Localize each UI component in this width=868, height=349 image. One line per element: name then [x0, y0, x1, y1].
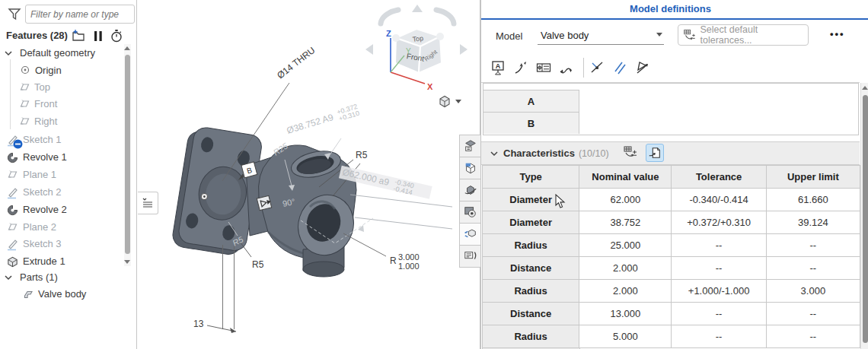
- svg-text:1.000: 1.000: [398, 262, 420, 271]
- new-folder-icon[interactable]: [72, 29, 85, 43]
- scrollbar-thumb[interactable]: [863, 95, 868, 343]
- intersection-tool-button[interactable]: [588, 59, 606, 77]
- tree-item-right-plane[interactable]: Right: [0, 114, 123, 129]
- feature-tree-scrollbar[interactable]: [124, 44, 131, 266]
- panel-scrollbar[interactable]: [860, 83, 868, 349]
- datum-tool-button[interactable]: A: [489, 59, 507, 77]
- tree-item-default-geometry[interactable]: Default geometry: [0, 46, 123, 61]
- rotate-right-icon: [460, 44, 468, 55]
- tree-item-revolve-1[interactable]: Revolve 1: [0, 150, 123, 165]
- col-header-type[interactable]: Type: [483, 166, 579, 189]
- table-row[interactable]: Distance2.000----: [483, 257, 860, 280]
- model-definitions-panel: Model definitions Model Valve body Selec…: [480, 0, 868, 349]
- table-row[interactable]: Radius5.000----: [483, 325, 860, 348]
- chevron-down-icon[interactable]: [5, 50, 12, 56]
- tree-item-plane-2[interactable]: Plane 2: [0, 220, 123, 235]
- suppressed-badge-icon: [13, 139, 23, 149]
- tree-item-plane-1[interactable]: Plane 1: [0, 167, 123, 182]
- tab-underline: [481, 18, 868, 20]
- dia62-ext-line-1: [350, 195, 452, 207]
- scroll-up-icon[interactable]: [124, 46, 130, 50]
- dia62-ext-line-2: [355, 217, 452, 229]
- filter-funnel-icon[interactable]: [8, 8, 21, 21]
- tree-item-revolve-2[interactable]: Revolve 2: [0, 202, 123, 217]
- table-row[interactable]: Diameter62.000-0.340/-0.41461.660: [483, 189, 860, 211]
- feature-tree-toggle-button[interactable]: [138, 192, 158, 214]
- leader-dimension-button[interactable]: [512, 59, 530, 77]
- feature-tree-panel: Features (28) Default geometry Origin To…: [0, 0, 137, 349]
- chevron-down-icon[interactable]: [490, 151, 498, 157]
- angle-leader-icon: [558, 59, 575, 76]
- annotation-dia14[interactable]: Ø14 THRU: [275, 45, 317, 81]
- rotate-left-icon: [365, 44, 373, 55]
- parallel-tool-button[interactable]: [611, 59, 629, 77]
- datum-row-b[interactable]: B: [483, 112, 579, 134]
- tree-item-front-plane[interactable]: Front: [0, 97, 123, 112]
- annotation-r-limits[interactable]: R 3.000 1.000: [390, 252, 420, 271]
- view-cube[interactable]: Top Front Right: [392, 29, 444, 73]
- col-header-upper[interactable]: Upper limit: [766, 166, 860, 189]
- revolve-icon: [6, 151, 19, 164]
- tolerances-placeholder: Select default tolerances...: [700, 24, 803, 46]
- table-row[interactable]: Distance13.000----: [483, 303, 860, 325]
- tree-item-sketch-3[interactable]: Sketch 3: [0, 236, 123, 252]
- characteristics-count: (10/10): [579, 148, 609, 159]
- revolve-icon: [6, 204, 19, 217]
- chevron-down-icon[interactable]: [5, 274, 12, 281]
- sketch-icon: [6, 238, 20, 251]
- default-tolerances-button[interactable]: Select default tolerances...: [678, 24, 809, 46]
- model-label: Model: [496, 30, 522, 42]
- sketch-icon: [6, 186, 20, 199]
- tree-item-origin[interactable]: Origin: [0, 63, 123, 78]
- tree-item-valve-body-part[interactable]: Valve body: [0, 287, 123, 302]
- view-options-button[interactable]: [437, 92, 466, 110]
- viewport-tool-snapshot-button[interactable]: [459, 201, 482, 224]
- table-row[interactable]: Diameter38.752+0.372/+0.31039.124: [483, 211, 860, 234]
- col-header-nominal[interactable]: Nominal value: [579, 166, 672, 189]
- table-row[interactable]: Radius25.000----: [483, 234, 860, 257]
- graphics-viewport[interactable]: Top Front Right Z X Y: [137, 0, 480, 349]
- tree-item-sketch-1[interactable]: Sketch 1: [0, 132, 123, 148]
- annotation-dia38[interactable]: Ø38.752 A9 +0.372 +0.310: [285, 103, 360, 138]
- cube-lens-icon: [464, 205, 477, 219]
- feature-control-frame-button[interactable]: [535, 59, 553, 77]
- table-row[interactable]: Radius2.000+1.000/-1.0003.000: [483, 280, 860, 303]
- viewport-tool-markup-button[interactable]: [459, 135, 482, 157]
- export-document-icon: [648, 146, 662, 160]
- scroll-down-icon[interactable]: [124, 260, 130, 264]
- model-dropdown[interactable]: Valve body: [538, 26, 664, 45]
- tree-item-sketch-2[interactable]: Sketch 2: [0, 185, 123, 200]
- scrollbar-thumb[interactable]: [125, 55, 130, 254]
- filter-input[interactable]: [25, 5, 135, 24]
- col-header-tolerance[interactable]: Tolerance: [672, 166, 766, 189]
- annotation-r5-top[interactable]: R5: [356, 150, 368, 160]
- annotation-r5-flange[interactable]: R5: [252, 259, 264, 270]
- viewport-tool-annotate-button[interactable]: [459, 179, 482, 201]
- tree-item-parts-group[interactable]: Parts (1): [0, 270, 123, 285]
- angle-dimension-button[interactable]: [557, 59, 576, 77]
- intersection-icon: [589, 59, 605, 76]
- datum-row-a[interactable]: A: [483, 90, 579, 112]
- tree-item-extrude-1[interactable]: Extrude 1: [0, 254, 123, 269]
- list-panel-icon: [142, 197, 154, 209]
- viewport-tool-faces-button[interactable]: [459, 157, 482, 179]
- panel-tab-title[interactable]: Model definitions: [481, 3, 860, 14]
- annotation-dim13[interactable]: 13: [193, 319, 204, 329]
- extrude-icon: [6, 255, 19, 268]
- plane-icon: [6, 221, 18, 232]
- svg-text:3.000: 3.000: [398, 252, 420, 262]
- more-options-button[interactable]: •••: [830, 28, 845, 40]
- viewport-tool-dynamic-view-button[interactable]: [459, 223, 482, 246]
- parallel-lines-icon: [611, 59, 628, 76]
- export-characteristics-button[interactable]: [646, 144, 664, 162]
- perpendicular-tool-button[interactable]: [633, 59, 652, 77]
- tolerance-table-icon: [683, 28, 696, 43]
- suspend-pause-icon[interactable]: [91, 29, 105, 43]
- tree-item-top-plane[interactable]: Top: [0, 80, 123, 95]
- tolerance-settings-button[interactable]: [621, 144, 640, 162]
- scroll-up-icon[interactable]: [862, 86, 868, 90]
- viewport-tool-callout-button[interactable]: [459, 245, 482, 268]
- stopwatch-icon[interactable]: [110, 29, 123, 43]
- chevron-down-icon: [455, 100, 461, 103]
- toolbar-separator: [583, 58, 584, 78]
